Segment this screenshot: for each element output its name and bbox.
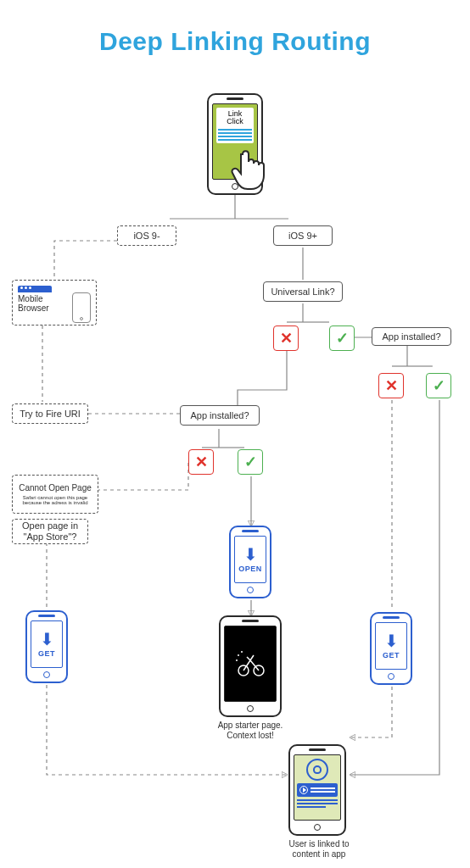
label-open: OPEN (238, 565, 262, 573)
svg-point-3 (241, 651, 243, 653)
start-phone: Link Click (207, 93, 263, 195)
node-open-in-store: Open page in "App Store"? (12, 519, 88, 544)
start-label: Link Click (218, 110, 252, 126)
node-cannot-open: Cannot Open Page Safari cannot open this… (12, 475, 98, 514)
phone-open: ⬇ OPEN (229, 526, 271, 598)
hand-icon (231, 144, 270, 192)
choice-air-yes: ✓ (426, 373, 451, 398)
label-get-right: GET (383, 651, 400, 659)
node-ios9-minus: iOS 9- (117, 225, 176, 246)
node-app-installed-right: App installed? (372, 327, 451, 346)
appstore-icon: ⬇ (243, 546, 258, 563)
caption-deep-linked: User is linked to content in app (277, 839, 361, 860)
node-try-fire-uri: Try to Fire URI (12, 403, 88, 424)
choice-ul-yes: ✓ (329, 326, 355, 351)
bike-icon (233, 647, 267, 681)
page-title: Deep Linking Routing (0, 27, 470, 56)
choice-ail-no: ✕ (188, 449, 214, 475)
caption-context-lost: App starter page. Context lost! (204, 721, 297, 741)
phone-get-left: ⬇ GET (25, 610, 68, 683)
choice-ail-yes: ✓ (238, 449, 263, 475)
node-mobile-browser: Mobile Browser (12, 280, 97, 326)
choice-ul-no: ✕ (273, 326, 299, 351)
choice-air-no: ✕ (378, 373, 404, 398)
node-app-installed-left: App installed? (180, 405, 260, 426)
node-ios9-plus: iOS 9+ (273, 225, 333, 246)
label-get-left: GET (38, 649, 55, 658)
node-universal-link: Universal Link? (263, 281, 343, 302)
svg-point-2 (238, 654, 239, 656)
phone-deep-linked (288, 744, 346, 836)
phone-get-right: ⬇ GET (370, 612, 412, 685)
svg-point-4 (236, 659, 238, 661)
appstore-icon: ⬇ (40, 631, 54, 648)
appstore-icon: ⬇ (384, 632, 399, 649)
phone-context-lost (219, 615, 282, 717)
